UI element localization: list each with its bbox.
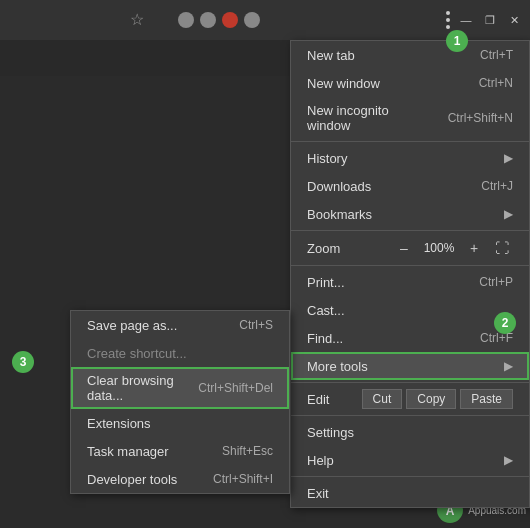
menu-item-history[interactable]: History ▶ [291,144,529,172]
menu-item-bookmarks[interactable]: Bookmarks ▶ [291,200,529,228]
zoom-expand-button[interactable]: ⛶ [491,237,513,259]
zoom-value: 100% [421,241,457,255]
submenu-item-developer-tools[interactable]: Developer tools Ctrl+Shift+I [71,465,289,493]
close-button[interactable]: ✕ [506,12,522,28]
submenu-item-task-manager[interactable]: Task manager Shift+Esc [71,437,289,465]
menu-item-downloads[interactable]: Downloads Ctrl+J [291,172,529,200]
copy-button[interactable]: Copy [406,389,456,409]
menu-item-help[interactable]: Help ▶ [291,446,529,474]
menu-dot-2 [446,18,450,22]
menu-item-exit[interactable]: Exit [291,479,529,507]
star-icon: ☆ [130,10,144,29]
divider-6 [291,476,529,477]
badge-1: 1 [446,30,468,52]
sub-menu: Save page as... Ctrl+S Create shortcut..… [70,310,290,494]
divider-5 [291,415,529,416]
zoom-row: Zoom – 100% + ⛶ [291,233,529,263]
menu-item-new-window[interactable]: New window Ctrl+N [291,69,529,97]
divider-1 [291,141,529,142]
menu-item-print[interactable]: Print... Ctrl+P [291,268,529,296]
cut-button[interactable]: Cut [362,389,403,409]
menu-item-incognito[interactable]: New incognito window Ctrl+Shift+N [291,97,529,139]
edit-row: Edit Cut Copy Paste [291,385,529,413]
chrome-menu-button[interactable] [436,8,460,32]
paste-button[interactable]: Paste [460,389,513,409]
menu-item-settings[interactable]: Settings [291,418,529,446]
circle-icon-3 [222,12,238,28]
circle-icon-1 [178,12,194,28]
circle-icon-2 [200,12,216,28]
zoom-minus-button[interactable]: – [393,237,415,259]
badge-2: 2 [494,312,516,334]
menu-item-more-tools[interactable]: More tools ▶ [291,352,529,380]
zoom-plus-button[interactable]: + [463,237,485,259]
address-icons [178,12,260,28]
divider-2 [291,230,529,231]
menu-item-find[interactable]: Find... Ctrl+F [291,324,529,352]
submenu-item-extensions[interactable]: Extensions [71,409,289,437]
submenu-item-create-shortcut[interactable]: Create shortcut... [71,339,289,367]
restore-button[interactable]: ❐ [482,12,498,28]
divider-3 [291,265,529,266]
circle-icon-4 [244,12,260,28]
submenu-item-clear-browsing[interactable]: Clear browsing data... Ctrl+Shift+Del [71,367,289,409]
menu-dot-3 [446,25,450,29]
divider-4 [291,382,529,383]
menu-dot-1 [446,11,450,15]
main-menu: New tab Ctrl+T New window Ctrl+N New inc… [290,40,530,508]
minimize-button[interactable]: — [458,12,474,28]
badge-3: 3 [12,351,34,373]
submenu-item-save-page[interactable]: Save page as... Ctrl+S [71,311,289,339]
menu-item-new-tab[interactable]: New tab Ctrl+T [291,41,529,69]
